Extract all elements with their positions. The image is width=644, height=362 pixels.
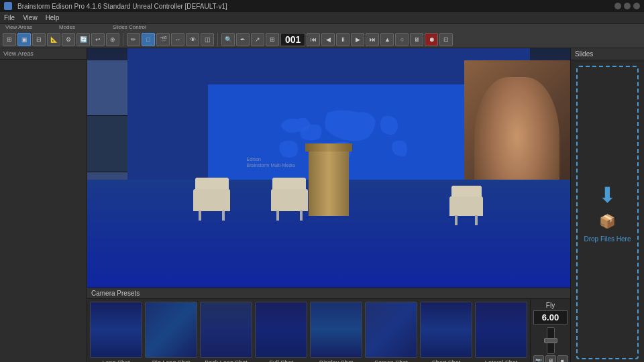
preset-thumb-inner-2 — [201, 302, 252, 357]
preset-item-2[interactable]: Back Long Shot — [200, 302, 252, 362]
preset-label-0: Long Shot — [102, 359, 129, 362]
slides-play[interactable]: ▶ — [351, 33, 364, 46]
left-panel: View Areas — [0, 48, 87, 362]
menu-view[interactable]: View — [23, 14, 38, 21]
view-areas-btn-4[interactable]: 📐 — [47, 33, 60, 46]
slides-pause[interactable]: ⏸ — [336, 33, 350, 46]
preset-thumb-inner-7 — [476, 302, 527, 357]
close-button[interactable] — [633, 3, 640, 9]
preset-label-5: Screen Shot — [374, 359, 408, 362]
preset-item-4[interactable]: Display Shot — [310, 302, 362, 362]
slides-next-end[interactable]: ⏭ — [366, 33, 379, 46]
view-areas-btn-7[interactable]: ↩ — [91, 33, 105, 46]
preset-thumb-7 — [475, 302, 527, 358]
fly-section: Fly 6.00 📷 🖥 ■ — [530, 299, 570, 362]
preset-item-1[interactable]: Big Long Shot — [145, 302, 197, 362]
chair-center — [271, 178, 308, 211]
overlay-line2: Brainstorm Multi-Media — [247, 162, 295, 168]
toolbar: View Areas Modes Slides Control ⊞ ▣ ⊟ 📐 … — [0, 24, 644, 48]
preset-item-3[interactable]: Full Shot — [255, 302, 307, 362]
app-title: Brainstorm Edison Pro 4.1.6 Standard Unr… — [17, 3, 609, 10]
slides-prev[interactable]: ◀ — [321, 33, 335, 46]
menu-file[interactable]: File — [4, 14, 15, 21]
main-layout: View Areas — [0, 48, 644, 362]
slides-up[interactable]: ▲ — [380, 33, 394, 46]
camera-presets-header: Camera Presets — [87, 288, 570, 299]
slides-panel: Slides ⬇ 📦 Drop Files Here — [570, 48, 644, 362]
view-areas-btn-6[interactable]: 🔄 — [76, 33, 90, 46]
drop-arrow-icon: ⬇ — [598, 182, 616, 208]
toolbar-labels: View Areas Modes Slides Control — [0, 24, 644, 32]
center-area: Edison Brainstorm Multi-Media Camera Pre… — [87, 48, 570, 362]
slides-panel-header: Slides — [571, 48, 644, 60]
minimize-button[interactable] — [614, 3, 621, 9]
slides-counter: 001 — [280, 33, 305, 46]
preset-label-6: Short Shot — [432, 359, 461, 362]
mode-btn-4[interactable]: ↔ — [171, 33, 184, 46]
modes-label: Modes — [56, 24, 110, 32]
preset-thumb-4 — [310, 302, 362, 358]
preset-item-6[interactable]: Short Shot — [420, 302, 472, 362]
chair-leg-cl — [276, 210, 279, 221]
drop-files-text: Drop Files Here — [584, 235, 631, 243]
presets-container: Long Shot Big Long Shot Back Long Shot F… — [87, 299, 530, 362]
camera-presets-label: Camera Presets — [91, 290, 140, 297]
slides-misc[interactable]: ⊡ — [439, 33, 453, 46]
title-bar: Brainstorm Edison Pro 4.1.6 Standard Unr… — [0, 0, 644, 12]
slides-record[interactable]: ⏺ — [425, 33, 438, 46]
chair-leg-lr — [222, 210, 225, 221]
chair-body-center — [271, 189, 308, 211]
fly-value[interactable]: 6.00 — [533, 310, 568, 324]
preset-item-7[interactable]: Lateral Shot — [475, 302, 527, 362]
fly-icon-camera[interactable]: 📷 — [533, 355, 544, 362]
chair-left — [193, 178, 230, 211]
view-areas-btn-2[interactable]: ▣ — [17, 33, 31, 46]
menu-bar: File View Help — [0, 12, 644, 24]
maximize-button[interactable] — [624, 3, 631, 9]
preset-thumb-1 — [145, 302, 197, 358]
view-areas-btn-8[interactable]: ⊕ — [106, 33, 119, 46]
mode-btn-6[interactable]: ◫ — [201, 33, 214, 46]
mode-btn-5[interactable]: 👁 — [186, 33, 199, 46]
slides-drop-area[interactable]: ⬇ 📦 Drop Files Here — [576, 66, 639, 359]
preset-label-4: Display Shot — [319, 359, 354, 362]
slides-arrow[interactable]: ↗ — [251, 33, 264, 46]
toolbar-buttons: ⊞ ▣ ⊟ 📐 ⚙ 🔄 ↩ ⊕ ✏ □ 🎬 ↔ 👁 ◫ 🔍 ✒ ↗ ⊞ 001 … — [0, 32, 644, 48]
chair-leg-rr — [475, 215, 478, 225]
mode-btn-2[interactable]: □ — [142, 33, 155, 46]
fly-icon-screen[interactable]: 🖥 — [545, 355, 556, 362]
toolbar-divider-1 — [123, 33, 123, 46]
preset-thumb-inner-1 — [146, 302, 197, 357]
view-areas-btn-1[interactable]: ⊞ — [3, 33, 16, 46]
slides-prev-end[interactable]: ⏮ — [307, 33, 320, 46]
slides-grid[interactable]: ⊞ — [266, 33, 279, 46]
view-areas-btn-3[interactable]: ⊟ — [32, 33, 46, 46]
chair-right — [449, 186, 483, 216]
window-controls — [614, 3, 640, 9]
camera-presets: Camera Presets Long Shot Big Long Shot B… — [87, 288, 570, 362]
preset-thumb-inner-0 — [91, 302, 142, 357]
preset-thumb-inner-4 — [311, 302, 362, 357]
camera-presets-body: Long Shot Big Long Shot Back Long Shot F… — [87, 299, 570, 362]
menu-help[interactable]: Help — [46, 14, 60, 21]
preset-thumb-2 — [200, 302, 252, 358]
viewport: Edison Brainstorm Multi-Media — [87, 48, 570, 288]
slides-search[interactable]: 🔍 — [221, 33, 235, 46]
preset-item-5[interactable]: Screen Shot — [365, 302, 417, 362]
viewport-inner: Edison Brainstorm Multi-Media — [87, 48, 570, 288]
fly-slider-track[interactable] — [547, 327, 555, 354]
overlay-text: Edison Brainstorm Multi-Media — [247, 156, 295, 168]
fly-icon-stop[interactable]: ■ — [557, 355, 568, 362]
mode-btn-1[interactable]: ✏ — [127, 33, 140, 46]
mode-btn-3[interactable]: 🎬 — [156, 33, 170, 46]
overlay-line1: Edison — [247, 156, 295, 162]
slides-pen[interactable]: ✒ — [236, 33, 250, 46]
slides-monitor[interactable]: 🖥 — [410, 33, 423, 46]
view-areas-label: View Areas — [3, 24, 56, 32]
preset-item-0[interactable]: Long Shot — [90, 302, 142, 362]
slides-circle[interactable]: ○ — [395, 33, 409, 46]
chair-leg-cr — [300, 210, 303, 221]
view-areas-btn-5[interactable]: ⚙ — [62, 33, 75, 46]
fly-slider-thumb[interactable] — [544, 338, 557, 343]
toolbar-divider-2 — [217, 33, 218, 46]
